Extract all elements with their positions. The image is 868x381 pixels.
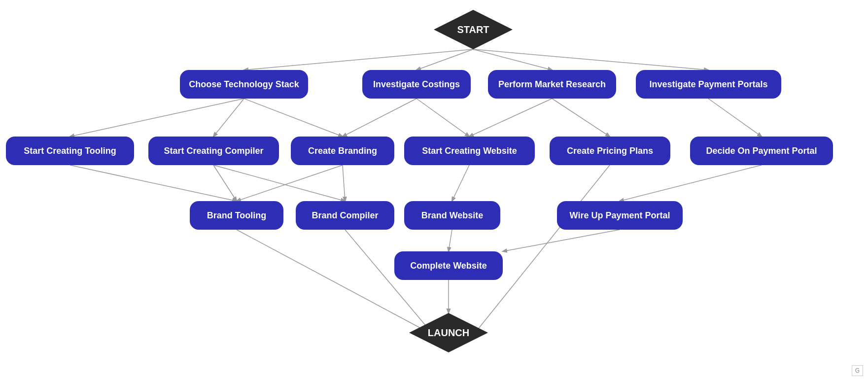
svg-line-16 [237,165,343,201]
svg-line-15 [343,165,345,201]
create-pricing-node[interactable]: Create Pricing Plans [550,137,670,165]
svg-line-3 [473,49,708,70]
diagram-container: START Choose Technology Stack Investigat… [0,0,868,381]
svg-line-12 [70,165,237,201]
svg-line-1 [417,49,473,70]
launch-node[interactable]: LAUNCH [409,313,488,352]
start-node[interactable]: START [434,10,513,49]
svg-line-14 [213,165,345,201]
svg-line-2 [473,49,552,70]
brand-tooling-node[interactable]: Brand Tooling [190,201,283,230]
svg-line-4 [70,99,244,137]
start-website-node[interactable]: Start Creating Website [404,137,535,165]
svg-line-20 [503,230,620,251]
complete-website-node[interactable]: Complete Website [394,251,503,280]
svg-line-8 [417,99,469,137]
svg-line-19 [449,230,452,251]
brand-compiler-node[interactable]: Brand Compiler [296,201,394,230]
svg-line-0 [244,49,473,70]
svg-line-9 [469,99,552,137]
svg-line-7 [343,99,417,137]
start-compiler-node[interactable]: Start Creating Compiler [148,137,279,165]
watermark: G [852,365,863,376]
svg-line-17 [452,165,469,201]
svg-line-21 [237,230,434,335]
svg-line-18 [620,165,762,201]
svg-line-22 [345,230,434,335]
svg-line-11 [708,99,762,137]
start-tooling-node[interactable]: Start Creating Tooling [6,137,134,165]
svg-line-13 [213,165,237,201]
investigate-payment-node[interactable]: Investigate Payment Portals [636,70,781,99]
market-research-node[interactable]: Perform Market Research [488,70,616,99]
svg-line-24 [473,165,610,335]
create-branding-node[interactable]: Create Branding [291,137,394,165]
svg-line-10 [552,99,610,137]
choose-tech-node[interactable]: Choose Technology Stack [180,70,308,99]
wire-payment-node[interactable]: Wire Up Payment Portal [557,201,683,230]
investigate-costings-node[interactable]: Investigate Costings [362,70,471,99]
svg-line-6 [244,99,343,137]
brand-website-node[interactable]: Brand Website [404,201,500,230]
decide-payment-node[interactable]: Decide On Payment Portal [690,137,833,165]
svg-line-5 [213,99,244,137]
